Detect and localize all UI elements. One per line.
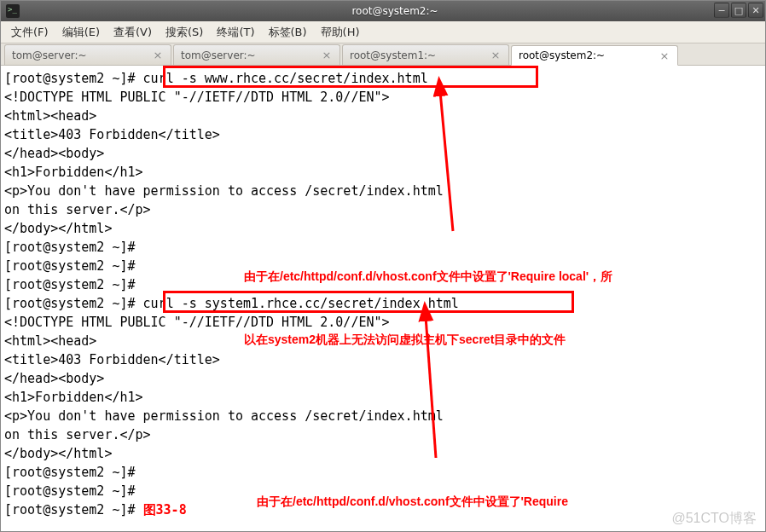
close-icon[interactable]: × [659, 49, 670, 61]
tab-tom-server-1[interactable]: tom@server:~ × [4, 44, 171, 65]
close-icon[interactable]: × [152, 49, 164, 61]
tab-label: root@system1:~ [350, 49, 436, 61]
terminal-line: [root@system2 ~]# curl -s www.rhce.cc/se… [4, 69, 762, 88]
maximize-button[interactable]: □ [731, 3, 746, 18]
menu-tabs[interactable]: 标签(B) [264, 23, 312, 42]
terminal-line: <html><head> [4, 107, 762, 125]
tab-root-system2[interactable]: root@system2:~ × [511, 45, 678, 66]
annotation-text: 由于在/etc/httpd/conf.d/vhost.conf文件中设置了'Re… [244, 229, 612, 386]
terminal-line: <p>You don't have permission to access /… [4, 407, 762, 425]
terminal-line: on this server.</p> [4, 425, 762, 444]
tab-bar: tom@server:~ × tom@server:~ × root@syste… [1, 43, 765, 66]
tab-label: root@system2:~ [519, 49, 605, 61]
menu-help[interactable]: 帮助(H) [316, 23, 365, 42]
menu-edit[interactable]: 编辑(E) [57, 23, 105, 42]
tab-tom-server-2[interactable]: tom@server:~ × [173, 44, 340, 65]
terminal-pane[interactable]: [root@system2 ~]# curl -s www.rhce.cc/se… [1, 66, 765, 531]
menu-terminal[interactable]: 终端(T) [212, 23, 259, 42]
terminal-line: <h1>Forbidden</h1> [4, 163, 762, 182]
window-controls: ─ □ ✕ [714, 3, 763, 18]
close-button[interactable]: ✕ [748, 3, 763, 18]
menu-search[interactable]: 搜索(S) [160, 23, 208, 42]
terminal-line: <h1>Forbidden</h1> [4, 388, 762, 407]
menubar: 文件(F) 编辑(E) 查看(V) 搜索(S) 终端(T) 标签(B) 帮助(H… [1, 21, 765, 43]
figure-label: 图33-8 [143, 502, 187, 518]
close-icon[interactable]: × [321, 49, 333, 61]
menu-file[interactable]: 文件(F) [6, 23, 54, 42]
terminal-line: </head><body> [4, 144, 762, 163]
window-root: root@system2:~ ─ □ ✕ 文件(F) 编辑(E) 查看(V) 搜… [0, 0, 766, 532]
minimize-button[interactable]: ─ [714, 3, 729, 18]
tab-label: tom@server:~ [12, 49, 87, 61]
terminal-line: <!DOCTYPE HTML PUBLIC "-//IETF//DTD HTML… [4, 88, 762, 107]
terminal-icon [6, 4, 20, 18]
annotation-text: 由于在/etc/httpd/conf.d/vhost.conf文件中设置了'Re… [257, 454, 585, 531]
menu-view[interactable]: 查看(V) [108, 23, 157, 42]
tab-root-system1[interactable]: root@system1:~ × [342, 44, 509, 65]
close-icon[interactable]: × [490, 49, 502, 61]
terminal-line: <title>403 Forbidden</title> [4, 125, 762, 144]
watermark: @51CTO博客 [671, 509, 757, 528]
titlebar: root@system2:~ ─ □ ✕ [1, 1, 765, 21]
window-title: root@system2:~ [25, 5, 765, 17]
terminal-line: <p>You don't have permission to access /… [4, 182, 762, 200]
tab-label: tom@server:~ [181, 49, 256, 61]
terminal-line: on this server.</p> [4, 200, 762, 219]
